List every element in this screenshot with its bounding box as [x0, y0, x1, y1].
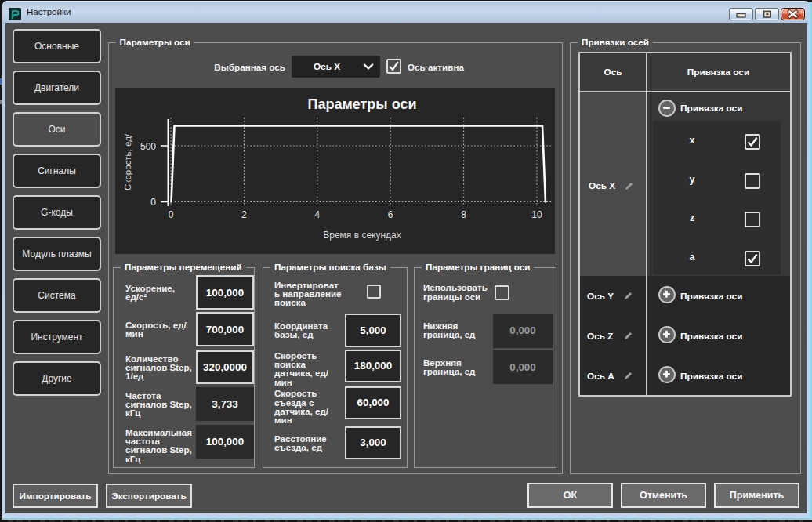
svg-text:500: 500: [140, 141, 156, 152]
svg-text:10: 10: [531, 209, 542, 220]
svg-text:8: 8: [461, 209, 466, 220]
svg-text:0: 0: [169, 209, 174, 220]
svg-text:4: 4: [314, 209, 320, 220]
svg-text:0: 0: [150, 197, 156, 208]
svg-text:Параметры оси: Параметры оси: [307, 96, 416, 112]
svg-text:Скорость, ед/: Скорость, ед/: [123, 133, 132, 190]
svg-text:6: 6: [388, 209, 393, 220]
svg-text:2: 2: [241, 209, 247, 220]
svg-text:Время в секундах: Время в секундах: [323, 230, 401, 241]
